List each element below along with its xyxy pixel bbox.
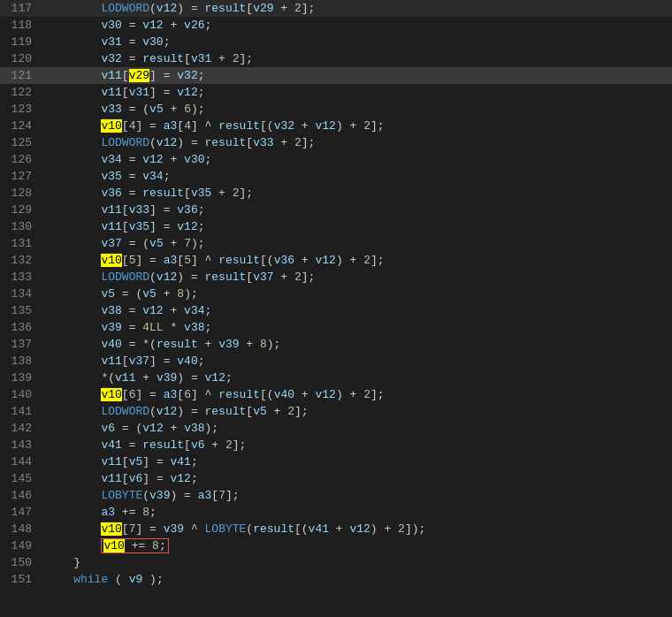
code-line: 126 v34 = v12 + v30; — [0, 151, 672, 168]
code-line: 139 *(v11 + v39) = v12; — [0, 369, 672, 386]
line-number: 117 — [0, 2, 42, 15]
code-line: 137 v40 = *(result + v39 + 8); — [0, 336, 672, 353]
code-line: 151 while ( v9 ); — [0, 571, 672, 588]
line-number: 146 — [0, 489, 42, 502]
code-line: 128 v36 = result[v35 + 2]; — [0, 185, 672, 202]
line-number: 118 — [0, 19, 42, 32]
code-line: 121 v11[v29] = v32; — [0, 67, 672, 84]
line-number: 144 — [0, 455, 42, 468]
code-line: 138 v11[v37] = v40; — [0, 353, 672, 369]
line-number: 137 — [0, 338, 42, 351]
code-line: 150 } — [0, 554, 672, 571]
code-line: 131 v37 = (v5 + 7); — [0, 235, 672, 252]
line-number: 127 — [0, 170, 42, 183]
line-number: 138 — [0, 354, 42, 368]
line-number: 151 — [0, 573, 42, 586]
line-number: 129 — [0, 203, 42, 217]
line-number: 126 — [0, 153, 42, 166]
code-line: 149 v10 += 8; — [0, 537, 672, 554]
line-number: 135 — [0, 304, 42, 317]
code-line: 118 v30 = v12 + v26; — [0, 17, 672, 34]
code-line: 144 v11[v5] = v41; — [0, 453, 672, 470]
line-number: 119 — [0, 35, 42, 49]
code-line: 119 v31 = v30; — [0, 34, 672, 50]
code-line: 136 v39 = 4LL * v38; — [0, 319, 672, 336]
code-line: 130 v11[v35] = v12; — [0, 218, 672, 235]
code-line: 140 v10[6] = a3[6] ^ result[(v40 + v12) … — [0, 386, 672, 403]
line-number: 140 — [0, 388, 42, 401]
line-number: 133 — [0, 270, 42, 284]
line-number: 121 — [0, 69, 42, 82]
line-number: 125 — [0, 136, 42, 149]
line-number: 147 — [0, 506, 42, 519]
code-line: 127 v35 = v34; — [0, 168, 672, 185]
line-number: 134 — [0, 287, 42, 301]
line-number: 142 — [0, 422, 42, 435]
code-line: 142 v6 = (v12 + v38); — [0, 420, 672, 437]
line-number: 122 — [0, 86, 42, 99]
code-line: 133 LODWORD(v12) = result[v37 + 2]; — [0, 269, 672, 286]
code-line: 148 v10[7] = v39 ^ LOBYTE(result[(v41 + … — [0, 521, 672, 537]
code-line: 134 v5 = (v5 + 8); — [0, 286, 672, 302]
line-number: 139 — [0, 371, 42, 385]
line-number: 131 — [0, 237, 42, 250]
code-line: 125 LODWORD(v12) = result[v33 + 2]; — [0, 134, 672, 151]
line-number: 141 — [0, 405, 42, 418]
code-line: 124 v10[4] = a3[4] ^ result[(v32 + v12) … — [0, 118, 672, 134]
code-line: 145 v11[v6] = v12; — [0, 470, 672, 487]
line-number: 145 — [0, 472, 42, 485]
code-line: 117 LODWORD(v12) = result[v29 + 2]; — [0, 0, 672, 17]
line-number: 128 — [0, 187, 42, 200]
code-line: 141 LODWORD(v12) = result[v5 + 2]; — [0, 403, 672, 420]
line-number: 120 — [0, 52, 42, 65]
line-number: 149 — [0, 539, 42, 552]
line-number: 148 — [0, 522, 42, 536]
code-line: 129 v11[v33] = v36; — [0, 202, 672, 218]
line-number: 123 — [0, 103, 42, 116]
line-number: 124 — [0, 119, 42, 133]
code-line: 143 v41 = result[v6 + 2]; — [0, 437, 672, 453]
code-container: 117 LODWORD(v12) = result[v29 + 2];118 v… — [0, 0, 672, 617]
code-line: 147 a3 += 8; — [0, 504, 672, 521]
code-line: 120 v32 = result[v31 + 2]; — [0, 50, 672, 67]
code-line: 122 v11[v31] = v12; — [0, 84, 672, 101]
code-line: 123 v33 = (v5 + 6); — [0, 101, 672, 118]
line-number: 130 — [0, 220, 42, 233]
line-number: 143 — [0, 438, 42, 452]
line-number: 132 — [0, 254, 42, 267]
code-line: 132 v10[5] = a3[5] ^ result[(v36 + v12) … — [0, 252, 672, 269]
line-number: 136 — [0, 321, 42, 334]
code-line: 135 v38 = v12 + v34; — [0, 302, 672, 319]
line-number: 150 — [0, 556, 42, 569]
code-line: 146 LOBYTE(v39) = a3[7]; — [0, 487, 672, 504]
